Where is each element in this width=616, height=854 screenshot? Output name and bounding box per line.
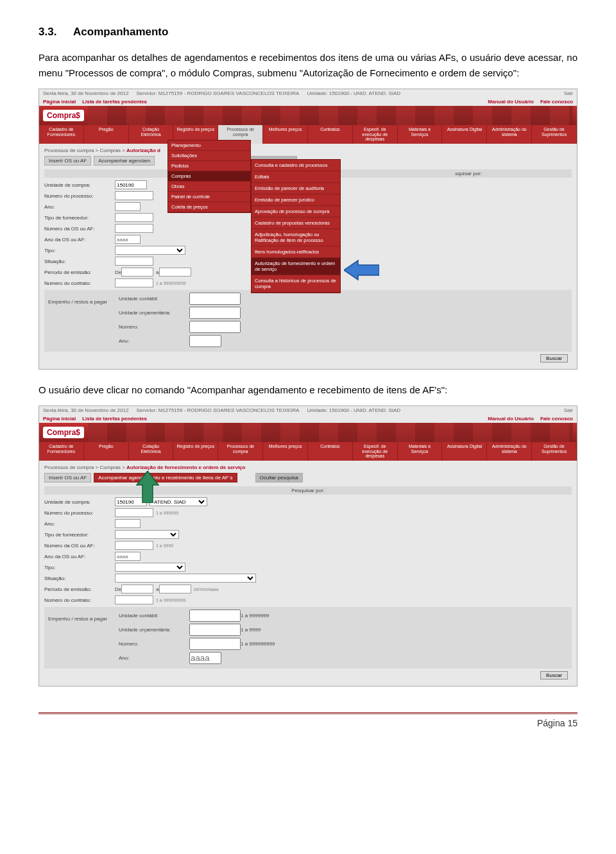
dd2-item[interactable]: Adjudicação, homologação ou Ratificação … [252, 229, 340, 246]
label-num: Número: [119, 324, 189, 330]
dd2-item[interactable]: Itens homologados-ratificados [252, 246, 340, 258]
input-periodo-de[interactable] [121, 585, 153, 594]
input-uc[interactable] [189, 293, 241, 305]
tab-ocultar[interactable]: Ocultar pesquisa [255, 473, 303, 483]
menu-item[interactable]: Contratos [308, 442, 353, 461]
dd1-item[interactable]: Pedidos [168, 161, 250, 171]
dd2-item[interactable]: Consulta a históricos de processos de co… [252, 275, 340, 293]
input-ano[interactable] [115, 202, 141, 211]
tab-acompanhar[interactable]: Acompanhar agendam [94, 156, 155, 166]
dd2-item[interactable]: Consulta e cadastro de processos [252, 160, 340, 171]
tab-inserir[interactable]: Inserir OS ou AF [44, 473, 91, 483]
dd1-item[interactable]: Coleta de preços [168, 202, 250, 212]
select-situacao[interactable] [115, 574, 256, 583]
home-link[interactable]: Página inicial [43, 99, 76, 105]
dd2-item[interactable]: Emissão de parecer jurídico [252, 194, 340, 206]
server-text: Servidor: M1275159 - RODRIGO SOARES VASC… [136, 90, 299, 96]
input-situacao[interactable] [115, 257, 153, 266]
input-num-os[interactable] [115, 541, 153, 550]
select-tipo-forn[interactable] [115, 530, 179, 539]
select-tipo[interactable] [115, 246, 185, 255]
menu-item[interactable]: Registro de preços [173, 442, 218, 461]
menu-item[interactable]: Especif. de execução de despesas [353, 125, 398, 144]
manual-link[interactable]: Manual do Usuário [488, 416, 534, 422]
input-processo[interactable] [115, 508, 153, 517]
contact-link[interactable]: Fale conosco [540, 416, 573, 422]
input-uo[interactable] [189, 624, 241, 636]
top-bar: Sexta-feira, 30 de Novembro de 2012 Serv… [39, 406, 577, 414]
manual-link[interactable]: Manual do Usuário [488, 99, 534, 105]
section-title: Acompanhamento [73, 26, 168, 38]
label-num: Número: [119, 641, 189, 647]
dd1-item[interactable]: Obras [168, 182, 250, 192]
menu-item[interactable]: Contratos [308, 125, 353, 144]
menu-item[interactable]: Melhores preços [263, 442, 308, 461]
menu-item[interactable]: Gestão de Suprimentos [532, 125, 577, 144]
tasks-link[interactable]: Lista de tarefas pendentes [82, 416, 147, 422]
input-ano-os[interactable] [115, 235, 141, 244]
nav-row: Página inicial Lista de tarefas pendente… [39, 98, 577, 106]
input-num-os[interactable] [115, 224, 153, 233]
main-menu: Cadastro de Fornecedores Pregão Cotação … [39, 125, 577, 144]
logout-link[interactable]: Sair [564, 407, 573, 413]
menu-item[interactable]: Assinatura Digital [442, 125, 487, 144]
menu-item[interactable]: Pregão [84, 125, 129, 144]
menu-item[interactable]: Assinatura Digital [442, 442, 487, 461]
logout-link[interactable]: Sair [564, 90, 573, 96]
input-contrato[interactable] [115, 278, 153, 287]
input-tipo-forn[interactable] [115, 213, 153, 222]
dd2-item[interactable]: Emissão de parecer de auditoria [252, 183, 340, 194]
label-situacao: Situação: [44, 259, 115, 264]
input-ano-os[interactable] [115, 552, 141, 561]
dd2-item[interactable]: Editais [252, 171, 340, 183]
dd2-item[interactable]: Aprovação de processo de compra [252, 206, 340, 218]
tasks-link[interactable]: Lista de tarefas pendentes [82, 99, 147, 105]
label-uo: Unidade orçamentária: [119, 310, 189, 316]
input-uo[interactable] [189, 307, 241, 319]
tab-inserir[interactable]: Inserir OS ou AF [44, 156, 91, 166]
menu-item[interactable]: Pregão [84, 442, 129, 461]
input-contrato[interactable] [115, 595, 153, 604]
dd2-item-autorizacao[interactable]: Autorização de fornecimento e ordem de s… [252, 258, 340, 275]
menu-item[interactable]: Cotação Eletrônica [129, 125, 174, 144]
buscar-button[interactable]: Buscar [540, 354, 568, 363]
menu-item[interactable]: Administração do sistema [487, 125, 532, 144]
menu-item[interactable]: Melhores preços [263, 125, 308, 144]
menu-item[interactable]: Cadastro de Fornecedores [39, 125, 84, 144]
input-num[interactable] [189, 638, 241, 650]
hint-processo: 1 a 999999 [156, 511, 178, 515]
tab-acompanhar-active[interactable]: Acompanhar agendamento e recebimento de … [94, 473, 237, 483]
input-processo[interactable] [115, 191, 153, 200]
menu-item[interactable]: Materiais e Serviços [398, 442, 443, 461]
dd1-item[interactable]: Painel de controle [168, 192, 250, 202]
input-uc[interactable] [189, 610, 241, 622]
menu-item[interactable]: Especif. de execução de despesas [353, 442, 398, 461]
hint-uc: 1 a 9999999 [241, 613, 270, 619]
home-link[interactable]: Página inicial [43, 416, 76, 422]
label-unidade: Unidade de compra: [44, 182, 115, 188]
dd2-item[interactable]: Cadastro de propostas vencedoras [252, 218, 340, 229]
dd1-item[interactable]: Planejamento [168, 141, 250, 151]
dd1-item-compras[interactable]: Compras [168, 171, 250, 182]
label-de: De [115, 586, 121, 592]
menu-item[interactable]: Materiais e Serviços [398, 125, 443, 144]
label-uo: Unidade orçamentária: [119, 627, 189, 633]
input-ano2[interactable] [189, 652, 221, 664]
buscar-button[interactable]: Buscar [540, 671, 568, 679]
menu-item[interactable]: Gestão de Suprimentos [532, 442, 577, 461]
contact-link[interactable]: Fale conosco [540, 99, 573, 105]
menu-item[interactable]: Administração do sistema [487, 442, 532, 461]
menu-item[interactable]: Cadastro de Fornecedores [39, 442, 84, 461]
menu-item[interactable]: Cotação Eletrônica [129, 442, 174, 461]
input-unidade[interactable] [115, 180, 147, 189]
input-ano[interactable] [115, 519, 141, 528]
input-periodo-de[interactable] [121, 268, 153, 277]
input-periodo-a[interactable] [159, 585, 191, 594]
select-tipo[interactable] [115, 563, 185, 572]
input-ano2[interactable] [189, 335, 221, 347]
input-periodo-a[interactable] [159, 268, 191, 277]
menu-item[interactable]: Processos de compra [218, 442, 263, 461]
label-uc: Unidade contábil: [119, 296, 189, 302]
input-num[interactable] [189, 321, 241, 333]
dd1-item[interactable]: Solicitações [168, 151, 250, 161]
